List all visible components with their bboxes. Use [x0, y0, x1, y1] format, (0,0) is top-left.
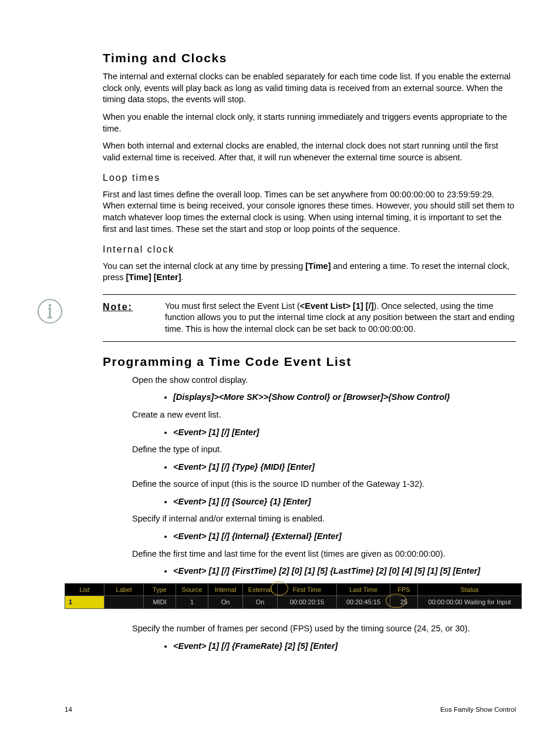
col-last-time: Last Time: [337, 583, 390, 596]
para: When both internal and external clocks a…: [103, 140, 516, 163]
cell-last-time: 00:20:45:15: [337, 596, 390, 609]
text: .: [181, 272, 184, 282]
command: <Event> [1] [/] {FrameRate} [2] [5] [Ent…: [173, 641, 338, 651]
command: <Event> [1] [/] {Internal} {External} [E…: [173, 531, 342, 541]
step: Specify if internal and/or external timi…: [132, 513, 516, 525]
note-text: You must first select the Event List (<E…: [165, 301, 516, 335]
col-status: Status: [418, 583, 522, 596]
col-internal: Internal: [208, 583, 243, 596]
col-label: Label: [104, 583, 144, 596]
col-type: Type: [144, 583, 176, 596]
step: Define the first time and last time for …: [132, 549, 516, 560]
page-footer: 14 Eos Family Show Control: [65, 705, 516, 715]
page-number: 14: [65, 705, 72, 715]
key-event-list: <Event List> [1] [/]: [300, 301, 374, 311]
subheading-internal-clock: Internal clock: [103, 243, 516, 256]
key-time-enter: [Time] [Enter]: [126, 272, 181, 282]
doc-title: Eos Family Show Control: [440, 705, 516, 715]
step: Define the type of input.: [132, 444, 516, 456]
command: <Event> [1] [/] {FirstTime} [2] [0] [1] …: [173, 566, 480, 576]
cell-label: [104, 596, 144, 609]
col-source: Source: [176, 583, 208, 596]
heading-timing-clocks: Timing and Clocks: [103, 50, 516, 66]
col-list: List: [65, 583, 104, 596]
key-time: [Time]: [305, 261, 330, 271]
step: Specify the number of frames per second …: [132, 623, 516, 635]
command: <Event> [1] [/] [Enter]: [173, 428, 259, 437]
step: Create a new event list.: [132, 409, 516, 421]
col-fps: FPS: [390, 583, 418, 596]
cell-internal: On: [208, 596, 243, 609]
para: You can set the internal clock at any ti…: [103, 261, 516, 284]
para: First and last times define the overall …: [103, 189, 516, 235]
cell-fps: 25: [390, 596, 418, 609]
svg-point-1: [49, 304, 51, 307]
cell-first-time: 00:00:20:15: [278, 596, 337, 609]
cell-external: On: [243, 596, 278, 609]
command: <Event> [1] [/] {Source} {1} [Enter]: [173, 497, 311, 506]
info-icon: [37, 298, 63, 324]
command: <Event> [1] [/] {Type} {MIDI} [Enter]: [173, 462, 315, 472]
cell-type: MIDI: [144, 596, 176, 609]
cell-list: 1: [65, 596, 104, 609]
subheading-loop-times: Loop times: [103, 171, 516, 184]
para: When you enable the internal clock only,…: [103, 112, 516, 134]
table-header-row: List Label Type Source Internal External…: [65, 583, 522, 596]
cell-status: 00:00:00:00 Waiting for Input: [418, 596, 522, 609]
table-row: 1 MIDI 1 On On 00:00:20:15 00:20:45:15 2…: [65, 596, 522, 609]
col-first-time: First Time: [278, 583, 337, 596]
para: The internal and external clocks can be …: [103, 71, 516, 106]
command: [Displays]><More SK>>{Show Control} or […: [173, 392, 450, 402]
event-list-table: List Label Type Source Internal External…: [65, 583, 522, 615]
note-label: Note:: [103, 301, 133, 314]
col-external: External: [243, 583, 278, 596]
heading-programming: Programming a Time Code Event List: [103, 354, 516, 370]
step: Define the source of input (this is the …: [132, 479, 516, 490]
text: You must first select the Event List (: [165, 301, 300, 311]
text: You can set the internal clock at any ti…: [103, 261, 305, 271]
cell-source: 1: [176, 596, 208, 609]
step: Open the show control display.: [132, 375, 516, 386]
note-block: Note: You must first select the Event Li…: [103, 294, 516, 342]
